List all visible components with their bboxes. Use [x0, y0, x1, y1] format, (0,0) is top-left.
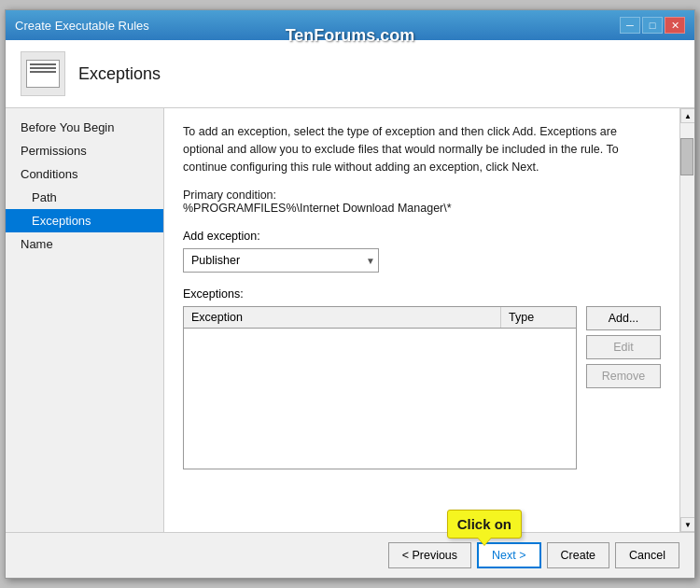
exceptions-area: Exception Type Add... Edit Remove: [183, 306, 661, 469]
previous-button[interactable]: < Previous: [388, 542, 471, 568]
minimize-button[interactable]: ─: [620, 17, 640, 34]
add-exception-label: Add exception:: [183, 230, 661, 243]
exception-type-select[interactable]: Publisher: [183, 248, 379, 273]
action-buttons: Add... Edit Remove: [586, 306, 661, 469]
edit-button[interactable]: Edit: [586, 335, 661, 359]
exception-type-dropdown-wrapper[interactable]: Publisher ▼: [183, 248, 379, 273]
main-content: Before You Begin Permissions Conditions …: [6, 108, 694, 532]
primary-condition-value: %PROGRAMFILES%\Internet Download Manager…: [183, 202, 661, 215]
document-icon: [26, 60, 60, 88]
dropdown-container: Publisher ▼: [183, 248, 661, 273]
primary-condition-label: Primary condition:: [183, 189, 661, 202]
description-text: To add an exception, select the type of …: [183, 123, 661, 175]
cancel-button[interactable]: Cancel: [615, 542, 679, 568]
scrollbar-track[interactable]: ▲ ▼: [679, 108, 694, 532]
page-title: Exceptions: [78, 64, 161, 84]
table-body: [184, 329, 576, 466]
scrollbar-thumb[interactable]: [680, 138, 693, 175]
content-area: To add an exception, select the type of …: [164, 108, 679, 532]
header-section: Exceptions: [6, 40, 694, 108]
exceptions-label: Exceptions:: [183, 287, 661, 301]
title-bar-controls: ─ □ ✕: [620, 17, 685, 34]
column-type: Type: [501, 307, 576, 328]
column-exception: Exception: [184, 307, 501, 328]
sidebar-item-conditions[interactable]: Conditions: [6, 162, 163, 186]
sidebar: Before You Begin Permissions Conditions …: [6, 108, 164, 532]
sidebar-item-permissions[interactable]: Permissions: [6, 139, 163, 162]
sidebar-item-name[interactable]: Name: [6, 232, 163, 256]
exceptions-table: Exception Type: [183, 306, 577, 469]
create-button[interactable]: Create: [547, 542, 610, 568]
main-window: Create Executable Rules ─ □ ✕ Exceptions…: [5, 9, 695, 579]
primary-condition: Primary condition: %PROGRAMFILES%\Intern…: [183, 189, 661, 215]
window-title: Create Executable Rules: [15, 19, 149, 33]
footer: Click on < Previous Next > Create Cancel: [6, 532, 694, 578]
maximize-button[interactable]: □: [642, 17, 663, 34]
scroll-up-button[interactable]: ▲: [680, 108, 694, 123]
add-button[interactable]: Add...: [586, 306, 661, 330]
next-button[interactable]: Next >: [477, 542, 540, 568]
close-button[interactable]: ✕: [665, 17, 685, 34]
remove-button[interactable]: Remove: [586, 364, 661, 388]
tooltip-bubble: Click on: [447, 510, 522, 539]
header-icon: [21, 51, 65, 96]
sidebar-item-before-you-begin[interactable]: Before You Begin: [6, 116, 163, 139]
table-header: Exception Type: [184, 307, 576, 329]
sidebar-item-path[interactable]: Path: [6, 186, 163, 209]
sidebar-item-exceptions[interactable]: Exceptions: [6, 209, 163, 232]
title-bar: Create Executable Rules ─ □ ✕: [6, 10, 694, 40]
scroll-down-button[interactable]: ▼: [680, 517, 694, 532]
